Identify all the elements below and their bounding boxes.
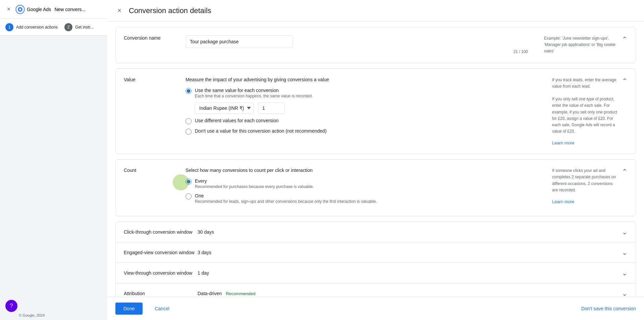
no-value-label: Don't use a value for this conversion ac… [195, 128, 327, 134]
every-radio[interactable] [185, 179, 192, 185]
view-through-label: View-through conversion window [124, 270, 198, 276]
every-sublabel: Recommended for purchases because every … [195, 184, 314, 189]
bg-close-icon[interactable]: × [5, 6, 12, 13]
count-section: Count Select how many conversions to cou… [115, 159, 636, 216]
different-values-option[interactable]: Use different values for each conversion [185, 118, 536, 124]
conversion-name-input[interactable] [185, 35, 293, 48]
value-section: Value Measure the impact of your adverti… [115, 68, 636, 154]
conversion-name-label: Conversion name [124, 35, 177, 41]
step-1-circle: 1 [5, 23, 13, 31]
step-2: 2 Get instr... [64, 23, 94, 31]
view-through-value: 1 day [198, 270, 622, 276]
every-label: Every [195, 178, 207, 184]
one-label: One [195, 193, 204, 198]
every-option[interactable]: Every Recommended for purchases because … [185, 178, 536, 189]
svg-point-2 [19, 8, 21, 10]
click-through-expand-icon[interactable]: ⌄ [622, 228, 628, 236]
dialog-header: × Conversion action details [107, 0, 644, 21]
conversion-name-example: Example: 'June newsletter sign-ups', 'Ma… [544, 36, 615, 53]
dialog-title: Conversion action details [129, 6, 211, 15]
click-through-value: 30 days [198, 229, 622, 235]
attribution-value: Data-driven Recommended [198, 291, 622, 296]
app-name: Google Ads [27, 7, 51, 12]
step-2-label: Get instr... [75, 25, 94, 30]
step-2-circle: 2 [64, 23, 72, 31]
one-sublabel: Recommended for leads, sign-ups and othe… [195, 199, 377, 204]
click-through-label: Click-through conversion window [124, 229, 198, 235]
cancel-button[interactable]: Cancel [147, 303, 177, 315]
value-inputs: Indian Rupee (INR ₹) [195, 102, 536, 114]
char-count: 21 / 100 [185, 49, 528, 54]
support-bubble[interactable]: ? [5, 300, 17, 312]
background-panel [0, 0, 107, 320]
click-through-row[interactable]: Click-through conversion window 30 days … [116, 222, 636, 242]
same-value-label: Use the same value for each conversion [195, 88, 279, 93]
support-icon: ? [10, 303, 13, 309]
currency-select[interactable]: Indian Rupee (INR ₹) [195, 102, 254, 114]
window-section: Click-through conversion window 30 days … [115, 222, 636, 297]
view-through-row[interactable]: View-through conversion window 1 day ⌄ [116, 263, 636, 283]
one-radio[interactable] [185, 193, 192, 199]
same-value-radio[interactable] [185, 88, 192, 94]
view-through-expand-icon[interactable]: ⌄ [622, 269, 628, 277]
step-1-label: Add conversion actions [16, 25, 58, 30]
bg-nav-title: New convers... [54, 7, 86, 12]
dialog-close-button[interactable]: × [115, 7, 123, 15]
bg-steps: 1 Add conversion actions 2 Get instr... [0, 19, 107, 36]
count-learn-more[interactable]: Learn more [552, 199, 574, 204]
conversion-name-collapse[interactable]: ⌃ [622, 35, 628, 43]
value-aside: If you track leads, enter the average va… [552, 77, 618, 135]
same-value-option[interactable]: Use the same value for each conversion E… [185, 88, 536, 98]
dialog-panel: × Conversion action details Conversion n… [107, 0, 644, 320]
recommended-badge: Recommended [226, 291, 255, 296]
count-label: Count [124, 168, 136, 173]
step-1: 1 Add conversion actions [5, 23, 58, 31]
dialog-footer: Done Cancel Don't save this conversion [107, 297, 644, 320]
different-values-label: Use different values for each conversion [195, 118, 279, 123]
engaged-view-expand-icon[interactable]: ⌄ [622, 248, 628, 257]
value-collapse[interactable]: ⌃ [622, 77, 628, 85]
attribution-label: Attribution [124, 291, 198, 296]
conversion-name-section: Conversion name 21 / 100 Example: 'June … [115, 27, 636, 63]
engaged-view-value: 3 days [198, 250, 622, 255]
count-collapse[interactable]: ⌃ [622, 168, 628, 176]
count-aside: If someone clicks your ad and completes … [552, 168, 618, 193]
attribution-expand-icon[interactable]: ⌄ [622, 289, 628, 297]
one-option[interactable]: One Recommended for leads, sign-ups and … [185, 193, 536, 204]
bg-topbar: × Google Ads New convers... [0, 0, 107, 19]
value-amount-input[interactable] [258, 102, 285, 114]
value-label: Value [124, 77, 136, 82]
dialog-content: Conversion name 21 / 100 Example: 'June … [107, 21, 644, 297]
value-description: Measure the impact of your advertising b… [185, 77, 536, 82]
no-value-radio[interactable] [185, 129, 192, 135]
engaged-view-label: Engaged-view conversion window [124, 250, 198, 255]
different-values-radio[interactable] [185, 118, 192, 124]
no-value-option[interactable]: Don't use a value for this conversion ac… [185, 128, 536, 135]
engaged-view-row[interactable]: Engaged-view conversion window 3 days ⌄ [116, 242, 636, 263]
attribution-row[interactable]: Attribution Data-driven Recommended ⌄ [116, 283, 636, 297]
google-ads-logo: Google Ads [15, 5, 51, 14]
copyright-text: © Google, 2024 [19, 313, 45, 317]
dont-save-button[interactable]: Don't save this conversion [581, 306, 636, 311]
value-learn-more[interactable]: Learn more [552, 140, 574, 145]
same-value-sublabel: Each time that a conversion happens, the… [195, 94, 313, 98]
done-button[interactable]: Done [115, 303, 143, 315]
count-description: Select how many conversions to count per… [185, 168, 536, 173]
